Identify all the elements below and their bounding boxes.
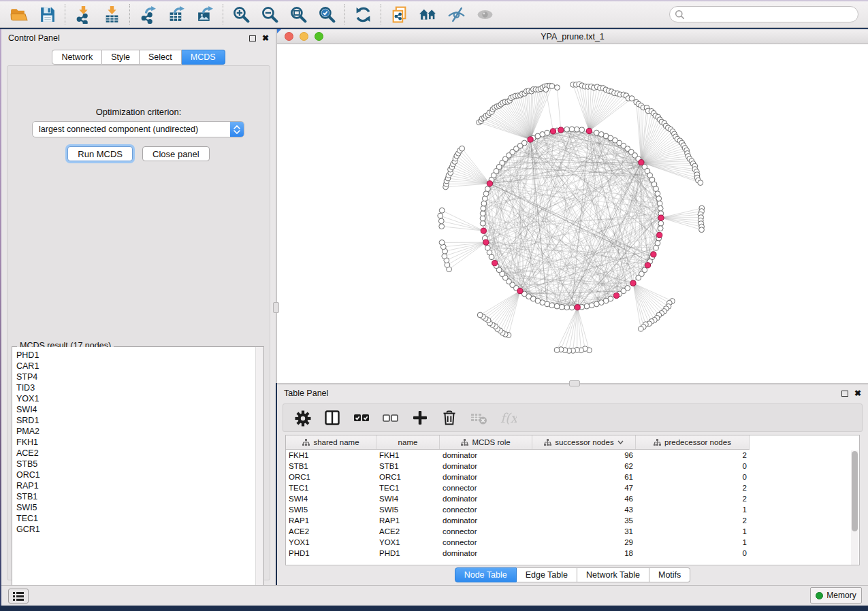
mcds-result-item[interactable]: TID3 [16, 382, 255, 393]
export-image-icon [196, 5, 214, 24]
table-settings-button[interactable] [293, 408, 313, 428]
optimization-criterion-select[interactable]: largest connected component (undirected) [32, 121, 244, 137]
table-row[interactable]: PHD1PHD1dominator180 [286, 548, 859, 559]
table-row[interactable]: RAP1RAP1dominator352 [286, 515, 859, 526]
zoom-fit-button[interactable] [284, 2, 312, 27]
table-panel-title: Table Panel [284, 389, 328, 398]
zoom-in-button[interactable] [227, 2, 255, 27]
tab-select[interactable]: Select [140, 50, 182, 65]
tab-network[interactable]: Network [52, 50, 102, 65]
run-mcds-button[interactable]: Run MCDS [67, 146, 133, 161]
mcds-result-item[interactable]: CAR1 [16, 361, 255, 371]
copy-network-view-button[interactable] [385, 2, 413, 27]
mcds-result-item[interactable]: SWI4 [16, 404, 255, 415]
window-minimize-button[interactable] [300, 32, 308, 41]
mcds-result-item[interactable]: RAP1 [16, 480, 255, 491]
import-network-button[interactable] [69, 2, 97, 27]
mcds-result-item[interactable]: STB5 [16, 459, 255, 469]
delete-column-button[interactable] [439, 408, 460, 428]
mcds-result-item[interactable]: ORC1 [16, 469, 255, 480]
table-row[interactable]: ORC1ORC1dominator610 [286, 472, 859, 482]
column-label: predecessor nodes [664, 438, 731, 446]
float-table-panel-icon[interactable] [841, 391, 848, 397]
mcds-result-item[interactable]: GCR1 [16, 524, 255, 535]
column-label: shared name [313, 438, 359, 446]
save-session-button[interactable] [33, 2, 61, 27]
network-graph[interactable] [277, 44, 868, 383]
export-image-button[interactable] [191, 2, 219, 27]
table-cell: 1 [636, 527, 750, 535]
table-body: FKH1FKH1dominator962STB1STB1dominator620… [286, 450, 859, 565]
column-header-successor-nodes[interactable]: successor nodes [532, 435, 636, 449]
vertical-splitter[interactable] [276, 29, 277, 383]
window-zoom-button[interactable] [315, 32, 323, 41]
select-all-rows-button[interactable] [351, 408, 372, 428]
deselect-all-rows-button[interactable] [381, 408, 401, 428]
table-row[interactable]: FKH1FKH1dominator962 [286, 450, 859, 461]
deselect-all-rows-icon [382, 409, 400, 427]
mcds-result-scrollbar[interactable] [255, 347, 263, 599]
mcds-result-item[interactable]: YOX1 [16, 393, 255, 404]
first-neighbors-button[interactable] [413, 2, 442, 27]
table-row[interactable]: STB1STB1dominator620 [286, 461, 859, 472]
table-cell: ACE2 [376, 527, 440, 535]
close-table-panel-icon[interactable]: ✖ [854, 389, 861, 397]
show-all-button[interactable] [470, 2, 499, 27]
table-row[interactable]: YOX1YOX1connector291 [286, 537, 859, 548]
table-cell: connector [440, 538, 532, 546]
network-canvas[interactable] [277, 44, 868, 383]
table-cell: 0 [636, 473, 750, 481]
open-file-button[interactable] [4, 2, 33, 27]
mcds-result-item[interactable]: SWI5 [16, 502, 255, 513]
import-table-button[interactable] [97, 2, 126, 27]
export-table-button[interactable] [162, 2, 191, 27]
add-column-button[interactable] [410, 408, 430, 428]
mcds-result-list[interactable]: PHD1CAR1STP4TID3YOX1SWI4SRD1PMA2FKH1ACE2… [12, 347, 255, 599]
tab-motifs[interactable]: Motifs [649, 567, 690, 582]
tab-edge-table[interactable]: Edge Table [517, 567, 577, 582]
mcds-result-item[interactable]: PHD1 [16, 350, 255, 361]
mcds-result-item[interactable]: TEC1 [16, 513, 255, 524]
column-chooser-button[interactable] [322, 408, 342, 428]
network-title: YPA_prune.txt_1 [277, 32, 868, 42]
window-close-button[interactable] [285, 32, 293, 41]
column-header-predecessor-nodes[interactable]: predecessor nodes [636, 435, 750, 449]
tab-mcds[interactable]: MCDS [182, 50, 225, 65]
table-row[interactable]: SWI4SWI4dominator462 [286, 493, 859, 504]
float-panel-icon[interactable] [249, 35, 256, 42]
main-toolbar [0, 0, 868, 28]
mcds-result-item[interactable]: ACE2 [16, 448, 255, 459]
tab-network-table[interactable]: Network Table [577, 567, 649, 582]
mcds-result-item[interactable]: STB1 [16, 491, 255, 502]
mcds-result-item[interactable]: SRD1 [16, 415, 255, 426]
hide-selected-button[interactable] [442, 2, 470, 27]
close-panel-icon[interactable]: ✖ [262, 34, 269, 42]
task-history-button[interactable] [8, 589, 29, 604]
mcds-result-item[interactable]: PMA2 [16, 426, 255, 437]
search-input[interactable] [669, 6, 858, 22]
mcds-result-item[interactable]: STP4 [16, 371, 255, 382]
table-scrollbar-thumb[interactable] [852, 451, 858, 531]
memory-button[interactable]: Memory [810, 587, 862, 604]
export-network-button[interactable] [133, 2, 162, 27]
table-cell: YOX1 [376, 538, 440, 546]
column-header-MCDS-role[interactable]: MCDS role [440, 435, 532, 449]
vertical-splitter-handle[interactable] [273, 302, 279, 313]
horizontal-splitter-handle[interactable] [569, 380, 580, 386]
zoom-fit-icon [289, 5, 308, 24]
table-row[interactable]: TEC1TEC1connector472 [286, 482, 859, 493]
column-header-shared-name[interactable]: shared name [286, 435, 376, 449]
column-header-name[interactable]: name [376, 435, 440, 449]
tab-node-table[interactable]: Node Table [455, 567, 517, 582]
network-window-titlebar[interactable]: YPA_prune.txt_1 [277, 29, 868, 44]
table-scrollbar[interactable] [851, 450, 858, 565]
refresh-button[interactable] [349, 2, 377, 27]
mcds-result-item[interactable]: FKH1 [16, 437, 255, 448]
table-row[interactable]: SWI5SWI5connector431 [286, 504, 859, 515]
import-table-icon [103, 5, 121, 24]
close-panel-button[interactable]: Close panel [142, 146, 210, 161]
zoom-selected-button[interactable] [312, 2, 341, 27]
tab-style[interactable]: Style [102, 50, 140, 65]
table-row[interactable]: ACE2ACE2connector311 [286, 526, 859, 537]
zoom-out-button[interactable] [255, 2, 284, 27]
